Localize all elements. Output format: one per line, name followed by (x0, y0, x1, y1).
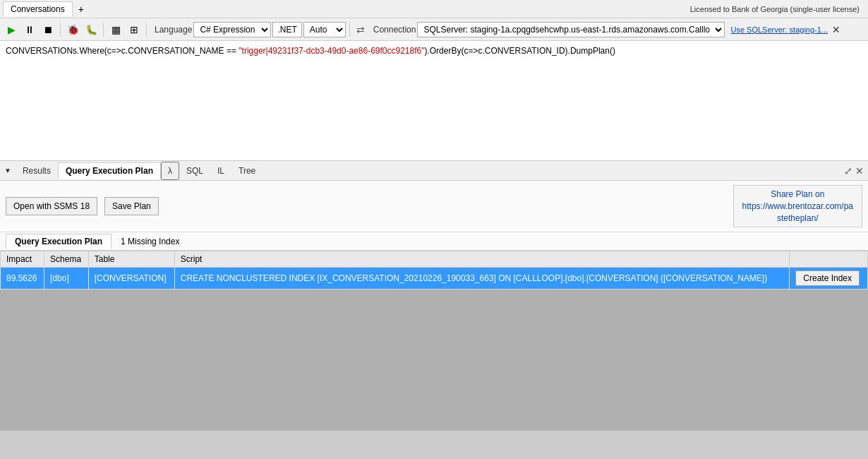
separator-4 (349, 23, 350, 37)
table-row: 89.5626 [dbo] [CONVERSATION] CREATE NONC… (1, 268, 868, 290)
plan-toolbar: Open with SSMS 18 Save Plan Share Plan o… (0, 181, 868, 232)
grid-button-1[interactable]: ▦ (107, 21, 124, 38)
col-schema: Schema (44, 251, 89, 268)
results-toggle[interactable]: ▼ (4, 167, 11, 174)
empty-area (0, 290, 868, 431)
sub-tabs: Query Execution Plan 1 Missing Index (0, 232, 868, 251)
create-index-button[interactable]: Create Index (795, 270, 860, 286)
cell-table: [CONVERSATION] (88, 268, 174, 290)
toolbar: ▶ ⏸ ⏹ 🐞 🐛 ▦ ⊞ Language C# Expression .NE… (0, 18, 868, 41)
pause-button[interactable]: ⏸ (21, 21, 38, 38)
share-line2: https://www.brentozar.com/pa (742, 201, 853, 213)
separator-1 (60, 23, 61, 37)
license-text: Licensed to Bank of Georgia (single-user… (690, 5, 865, 13)
sub-tab-query-execution-plan[interactable]: Query Execution Plan (6, 234, 111, 249)
connection-label: Connection (373, 25, 416, 35)
language-label: Language (155, 25, 192, 35)
missing-index-table: Impact Schema Table Script 89.5626 [dbo]… (0, 251, 868, 290)
tab-query-execution-plan[interactable]: Query Execution Plan (58, 162, 161, 179)
debug-button-2[interactable]: 🐛 (83, 21, 100, 38)
tab-results[interactable]: Results (16, 163, 58, 179)
col-script: Script (174, 251, 790, 268)
debug-button-1[interactable]: 🐞 (64, 21, 81, 38)
tab-lambda[interactable]: λ (161, 162, 179, 180)
editor-area[interactable]: CONVERSATIONs.Where(c=>c.CONVERSATION_NA… (0, 41, 868, 161)
col-action (790, 251, 868, 268)
table-area: Impact Schema Table Script 89.5626 [dbo]… (0, 251, 868, 431)
results-icons: ⤢ ✕ (844, 165, 864, 177)
share-line3: stetheplan/ (742, 213, 853, 225)
run-button[interactable]: ▶ (3, 21, 20, 38)
close-connection-button[interactable]: ✕ (832, 24, 840, 35)
editor-code: CONVERSATIONs.Where(c=>c.CONVERSATION_NA… (6, 46, 615, 56)
separator-3 (146, 23, 147, 37)
dotnet-button[interactable]: .NET (272, 22, 301, 37)
results-header: ▼ Results Query Execution Plan λ SQL IL … (0, 161, 868, 181)
sub-tab-missing-index[interactable]: 1 Missing Index (111, 234, 188, 249)
grid-button-2[interactable]: ⊞ (126, 21, 143, 38)
cell-impact: 89.5626 (1, 268, 44, 290)
separator-2 (103, 23, 104, 37)
tab-il[interactable]: IL (210, 163, 231, 179)
use-server-link[interactable]: Use SQLServer: staging-1... (730, 25, 828, 34)
add-tab-button[interactable]: + (73, 1, 90, 17)
expand-panel-button[interactable]: ⤢ (844, 165, 852, 177)
conversations-tab[interactable]: Conversations (3, 1, 73, 16)
stop-button[interactable]: ⏹ (40, 21, 56, 38)
col-table: Table (88, 251, 174, 268)
share-plan-box[interactable]: Share Plan on https://www.brentozar.com/… (733, 185, 862, 227)
cell-action: Create Index (790, 268, 868, 290)
connection-select[interactable]: SQLServer: staging-1a.cpqgdsehcwhp.us-ea… (417, 22, 725, 37)
language-select[interactable]: C# Expression .NET Auto (193, 22, 271, 37)
tab-tree[interactable]: Tree (231, 163, 263, 179)
cell-script: CREATE NONCLUSTERED INDEX [IX_CONVERSATI… (174, 268, 790, 290)
open-ssms-button[interactable]: Open with SSMS 18 (6, 197, 97, 215)
tab-sql[interactable]: SQL (179, 163, 210, 179)
col-impact: Impact (1, 251, 44, 268)
save-plan-button[interactable]: Save Plan (104, 197, 159, 215)
arrows-icon: ⇄ (356, 24, 365, 35)
tab-label: Conversations (11, 4, 65, 14)
cell-schema: [dbo] (44, 268, 89, 290)
title-bar: Conversations + Licensed to Bank of Geor… (0, 0, 868, 18)
share-line1: Share Plan on (742, 189, 853, 201)
close-panel-button[interactable]: ✕ (855, 165, 864, 177)
auto-select[interactable]: Auto 4.5 4.8 (303, 22, 346, 37)
